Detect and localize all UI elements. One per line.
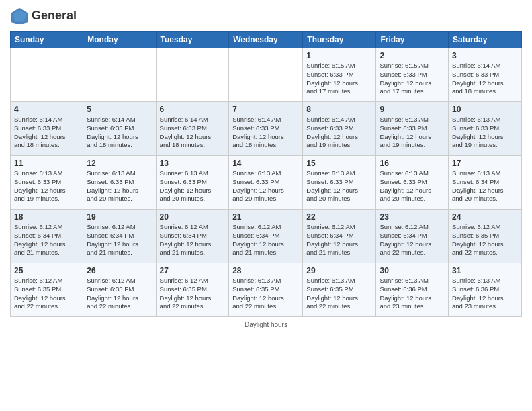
calendar-cell: 11Sunrise: 6:13 AM Sunset: 6:33 PM Dayli…	[11, 156, 83, 210]
day-number: 27	[160, 266, 226, 275]
day-info: Sunrise: 6:14 AM Sunset: 6:33 PM Dayligh…	[160, 116, 226, 150]
day-number: 31	[452, 266, 518, 275]
day-number: 25	[14, 266, 79, 275]
day-number: 2	[380, 51, 445, 60]
day-info: Sunrise: 6:12 AM Sunset: 6:35 PM Dayligh…	[87, 277, 152, 311]
footer: Daylight hours	[10, 321, 522, 328]
calendar-cell: 3Sunrise: 6:14 AM Sunset: 6:33 PM Daylig…	[449, 48, 522, 102]
day-info: Sunrise: 6:13 AM Sunset: 6:36 PM Dayligh…	[452, 277, 518, 311]
calendar-col-header: Sunday	[11, 32, 83, 48]
day-number: 29	[306, 266, 372, 275]
day-number: 3	[452, 51, 518, 60]
calendar-week-row: 4Sunrise: 6:14 AM Sunset: 6:33 PM Daylig…	[11, 102, 522, 156]
day-number: 1	[306, 51, 372, 60]
calendar-cell: 16Sunrise: 6:13 AM Sunset: 6:33 PM Dayli…	[376, 156, 449, 210]
calendar-cell: 2Sunrise: 6:15 AM Sunset: 6:33 PM Daylig…	[376, 48, 449, 102]
calendar-cell: 15Sunrise: 6:13 AM Sunset: 6:33 PM Dayli…	[303, 156, 376, 210]
day-number: 19	[87, 212, 152, 222]
day-number: 7	[232, 105, 299, 114]
calendar-cell	[11, 48, 83, 102]
calendar-cell: 23Sunrise: 6:12 AM Sunset: 6:34 PM Dayli…	[376, 210, 449, 263]
day-info: Sunrise: 6:13 AM Sunset: 6:33 PM Dayligh…	[306, 169, 372, 203]
calendar-cell: 25Sunrise: 6:12 AM Sunset: 6:35 PM Dayli…	[11, 263, 83, 317]
day-number: 20	[160, 212, 226, 222]
calendar-cell: 22Sunrise: 6:12 AM Sunset: 6:34 PM Dayli…	[303, 210, 376, 263]
day-number: 13	[160, 158, 226, 168]
day-info: Sunrise: 6:13 AM Sunset: 6:33 PM Dayligh…	[452, 116, 518, 150]
calendar-cell	[229, 48, 303, 102]
day-number: 8	[306, 105, 372, 114]
day-number: 30	[380, 266, 445, 275]
day-number: 11	[14, 158, 79, 168]
calendar-cell: 24Sunrise: 6:12 AM Sunset: 6:35 PM Dayli…	[449, 210, 522, 263]
calendar-week-row: 18Sunrise: 6:12 AM Sunset: 6:34 PM Dayli…	[11, 210, 522, 263]
calendar-header-row: SundayMondayTuesdayWednesdayThursdayFrid…	[11, 32, 522, 48]
day-number: 10	[452, 105, 518, 114]
calendar-cell: 14Sunrise: 6:13 AM Sunset: 6:33 PM Dayli…	[229, 156, 303, 210]
calendar-cell: 21Sunrise: 6:12 AM Sunset: 6:34 PM Dayli…	[229, 210, 303, 263]
day-number: 23	[380, 212, 445, 222]
day-info: Sunrise: 6:13 AM Sunset: 6:33 PM Dayligh…	[160, 169, 226, 203]
day-info: Sunrise: 6:14 AM Sunset: 6:33 PM Dayligh…	[87, 116, 152, 150]
day-info: Sunrise: 6:13 AM Sunset: 6:36 PM Dayligh…	[380, 277, 445, 311]
day-info: Sunrise: 6:12 AM Sunset: 6:34 PM Dayligh…	[87, 223, 152, 257]
calendar-col-header: Saturday	[449, 32, 522, 48]
day-number: 16	[380, 158, 445, 168]
day-info: Sunrise: 6:12 AM Sunset: 6:34 PM Dayligh…	[160, 223, 226, 257]
day-info: Sunrise: 6:14 AM Sunset: 6:33 PM Dayligh…	[232, 116, 299, 150]
day-info: Sunrise: 6:13 AM Sunset: 6:33 PM Dayligh…	[87, 169, 152, 203]
calendar-col-header: Monday	[83, 32, 156, 48]
day-number: 15	[306, 158, 372, 168]
day-number: 14	[232, 158, 299, 168]
day-number: 24	[452, 212, 518, 222]
day-info: Sunrise: 6:13 AM Sunset: 6:34 PM Dayligh…	[452, 169, 518, 203]
logo: General	[10, 7, 77, 26]
day-info: Sunrise: 6:12 AM Sunset: 6:35 PM Dayligh…	[14, 277, 79, 311]
calendar-cell: 13Sunrise: 6:13 AM Sunset: 6:33 PM Dayli…	[156, 156, 229, 210]
calendar-cell: 4Sunrise: 6:14 AM Sunset: 6:33 PM Daylig…	[11, 102, 83, 156]
day-info: Sunrise: 6:14 AM Sunset: 6:33 PM Dayligh…	[14, 116, 79, 150]
logo-icon	[10, 7, 29, 26]
day-info: Sunrise: 6:13 AM Sunset: 6:33 PM Dayligh…	[14, 169, 79, 203]
day-number: 21	[232, 212, 299, 222]
day-number: 17	[452, 158, 518, 168]
calendar-cell: 9Sunrise: 6:13 AM Sunset: 6:33 PM Daylig…	[376, 102, 449, 156]
calendar-col-header: Friday	[376, 32, 449, 48]
day-info: Sunrise: 6:15 AM Sunset: 6:33 PM Dayligh…	[380, 62, 445, 96]
calendar-cell: 17Sunrise: 6:13 AM Sunset: 6:34 PM Dayli…	[449, 156, 522, 210]
day-number: 6	[160, 105, 226, 114]
day-info: Sunrise: 6:12 AM Sunset: 6:34 PM Dayligh…	[14, 223, 79, 257]
day-number: 5	[87, 105, 152, 114]
calendar-cell: 6Sunrise: 6:14 AM Sunset: 6:33 PM Daylig…	[156, 102, 229, 156]
calendar-cell: 31Sunrise: 6:13 AM Sunset: 6:36 PM Dayli…	[449, 263, 522, 317]
calendar-cell	[156, 48, 229, 102]
day-info: Sunrise: 6:12 AM Sunset: 6:35 PM Dayligh…	[160, 277, 226, 311]
calendar-cell: 30Sunrise: 6:13 AM Sunset: 6:36 PM Dayli…	[376, 263, 449, 317]
day-number: 18	[14, 212, 79, 222]
calendar-cell: 20Sunrise: 6:12 AM Sunset: 6:34 PM Dayli…	[156, 210, 229, 263]
day-info: Sunrise: 6:12 AM Sunset: 6:35 PM Dayligh…	[452, 223, 518, 257]
calendar-cell: 5Sunrise: 6:14 AM Sunset: 6:33 PM Daylig…	[83, 102, 156, 156]
calendar-week-row: 1Sunrise: 6:15 AM Sunset: 6:33 PM Daylig…	[11, 48, 522, 102]
logo-text: General	[32, 9, 77, 23]
calendar-table: SundayMondayTuesdayWednesdayThursdayFrid…	[10, 31, 522, 317]
calendar-cell: 7Sunrise: 6:14 AM Sunset: 6:33 PM Daylig…	[229, 102, 303, 156]
day-info: Sunrise: 6:12 AM Sunset: 6:34 PM Dayligh…	[306, 223, 372, 257]
calendar-col-header: Tuesday	[156, 32, 229, 48]
calendar-col-header: Wednesday	[229, 32, 303, 48]
day-number: 4	[14, 105, 79, 114]
calendar-week-row: 11Sunrise: 6:13 AM Sunset: 6:33 PM Dayli…	[11, 156, 522, 210]
calendar-cell	[83, 48, 156, 102]
calendar-cell: 19Sunrise: 6:12 AM Sunset: 6:34 PM Dayli…	[83, 210, 156, 263]
day-info: Sunrise: 6:13 AM Sunset: 6:35 PM Dayligh…	[306, 277, 372, 311]
day-info: Sunrise: 6:14 AM Sunset: 6:33 PM Dayligh…	[452, 62, 518, 96]
header: General	[10, 7, 522, 26]
calendar-col-header: Thursday	[303, 32, 376, 48]
calendar-cell: 18Sunrise: 6:12 AM Sunset: 6:34 PM Dayli…	[11, 210, 83, 263]
day-info: Sunrise: 6:14 AM Sunset: 6:33 PM Dayligh…	[306, 116, 372, 150]
day-number: 28	[232, 266, 299, 275]
calendar-cell: 27Sunrise: 6:12 AM Sunset: 6:35 PM Dayli…	[156, 263, 229, 317]
day-info: Sunrise: 6:13 AM Sunset: 6:33 PM Dayligh…	[232, 169, 299, 203]
calendar-cell: 8Sunrise: 6:14 AM Sunset: 6:33 PM Daylig…	[303, 102, 376, 156]
calendar-cell: 12Sunrise: 6:13 AM Sunset: 6:33 PM Dayli…	[83, 156, 156, 210]
